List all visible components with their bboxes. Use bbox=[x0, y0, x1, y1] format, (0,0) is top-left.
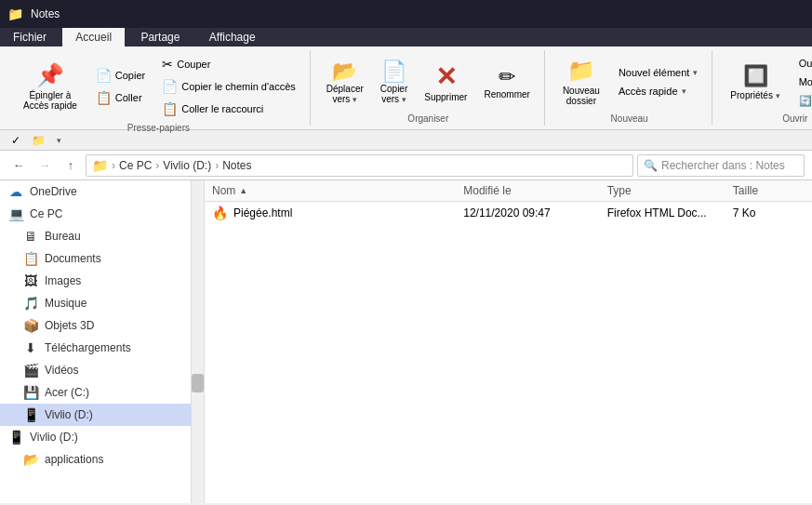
title-bar-icon: 📁 bbox=[7, 7, 23, 21]
sidebar-item-applications[interactable]: 📂applications bbox=[0, 448, 204, 471]
search-placeholder: Rechercher dans : Notes bbox=[661, 159, 785, 172]
paste-shortcut-label: Coller le raccourci bbox=[181, 103, 263, 114]
tab-affichage[interactable]: Affichage bbox=[196, 28, 269, 47]
paste-shortcut-button[interactable]: 📋 Coller le raccourci bbox=[155, 99, 302, 119]
sidebar-item-videos[interactable]: 🎬Vidéos bbox=[0, 359, 204, 381]
sidebar-label-musique: Musique bbox=[45, 297, 87, 310]
paste-button[interactable]: 📋 Coller bbox=[89, 87, 152, 108]
addr-cepc[interactable]: Ce PC bbox=[119, 159, 152, 172]
sidebar-label-telechargements: Téléchargements bbox=[45, 341, 131, 354]
main-area: ☁OneDrive💻Ce PC🖥Bureau📋Documents🖼Images🎵… bbox=[0, 180, 812, 503]
copy-button[interactable]: 📄 Copier bbox=[89, 65, 152, 86]
sidebar-item-ce-pc[interactable]: 💻Ce PC bbox=[0, 203, 204, 225]
col-header-nom[interactable]: Nom ▲ bbox=[212, 184, 463, 197]
col-type-label: Type bbox=[607, 184, 632, 197]
sidebar-label-vivlio-d-sub: Vivlio (D:) bbox=[30, 431, 78, 444]
sidebar-item-vivlio-d-sub[interactable]: 📱Vivlio (D:) bbox=[0, 426, 204, 448]
sidebar-item-objets3d[interactable]: 📦Objets 3D bbox=[0, 314, 204, 337]
copy-to-button[interactable]: 📄 Copiervers ▾ bbox=[374, 54, 414, 110]
search-bar[interactable]: 🔍 Rechercher dans : Notes bbox=[637, 154, 805, 177]
sidebar: ☁OneDrive💻Ce PC🖥Bureau📋Documents🖼Images🎵… bbox=[0, 180, 205, 503]
file-row-piegee-html[interactable]: 🔥 Piégée.html 12/11/2020 09:47 Firefox H… bbox=[205, 202, 812, 224]
search-icon: 🔍 bbox=[644, 159, 658, 172]
quick-access-arrow: ▾ bbox=[682, 86, 686, 96]
file-name: Piégée.html bbox=[233, 206, 292, 219]
quick-access-button[interactable]: Accès rapide ▾ bbox=[612, 83, 704, 100]
history-button[interactable]: 🔄 Historique bbox=[792, 92, 812, 110]
cut-button[interactable]: ✂ Couper bbox=[155, 54, 302, 74]
sidebar-item-acer[interactable]: 💾Acer (C:) bbox=[0, 381, 204, 404]
col-header-type[interactable]: Type bbox=[607, 184, 733, 197]
group-organiser: 📂 Déplacervers ▾ 📄 Copiervers ▾ ✕ Suppri… bbox=[313, 50, 545, 126]
col-header-modifie[interactable]: Modifié le bbox=[463, 184, 606, 197]
cut-col: ✂ Couper 📄 Copier le chemin d'accès 📋 Co… bbox=[155, 54, 302, 119]
sidebar-item-telechargements[interactable]: ⬇Téléchargements bbox=[0, 337, 204, 359]
paste-label: Coller bbox=[115, 92, 142, 103]
tab-accueil[interactable]: Accueil bbox=[62, 28, 125, 47]
sidebar-scrollbar[interactable] bbox=[191, 180, 204, 503]
sidebar-item-images[interactable]: 🖼Images bbox=[0, 270, 204, 292]
move-button[interactable]: 📂 Déplacervers ▾ bbox=[320, 54, 370, 110]
sidebar-icon-bureau: 🖥 bbox=[22, 229, 39, 244]
pin-label: Épingler àAccès rapide bbox=[23, 90, 77, 111]
address-bar[interactable]: 📁 › Ce PC › Vivlio (D:) › Notes bbox=[86, 154, 633, 177]
addr-sep3: › bbox=[215, 159, 219, 172]
sidebar-label-ce-pc: Ce PC bbox=[30, 207, 62, 220]
sidebar-icon-onedrive: ☁ bbox=[7, 184, 24, 199]
sidebar-icon-images: 🖼 bbox=[22, 273, 39, 288]
sidebar-item-documents[interactable]: 📋Documents bbox=[0, 247, 204, 270]
sidebar-icon-telechargements: ⬇ bbox=[22, 340, 39, 355]
sidebar-label-onedrive: OneDrive bbox=[30, 185, 77, 198]
addr-sep2: › bbox=[155, 159, 159, 172]
sidebar-label-vivlio-d-top: Vivlio (D:) bbox=[45, 408, 93, 421]
pin-button[interactable]: 📌 Épingler àAccès rapide bbox=[15, 59, 86, 114]
properties-button[interactable]: 🔲 Propriétés ▾ bbox=[722, 54, 788, 110]
tab-partage[interactable]: Partage bbox=[127, 28, 193, 47]
back-button[interactable]: ← bbox=[7, 154, 30, 177]
rename-button[interactable]: ✏ Renommer bbox=[477, 54, 536, 110]
addr-sep1: › bbox=[112, 159, 115, 172]
new-item-button[interactable]: Nouvel élément ▾ bbox=[612, 64, 704, 81]
sidebar-item-musique[interactable]: 🎵Musique bbox=[0, 292, 204, 314]
file-header: Nom ▲ Modifié le Type Taille bbox=[205, 180, 812, 202]
sidebar-icon-acer: 💾 bbox=[22, 385, 39, 400]
addr-notes[interactable]: Notes bbox=[222, 159, 251, 172]
paste-shortcut-icon: 📋 bbox=[162, 101, 178, 116]
col-modifie-label: Modifié le bbox=[463, 184, 511, 197]
sidebar-label-images: Images bbox=[45, 274, 81, 287]
copy-path-button[interactable]: 📄 Copier le chemin d'accès bbox=[155, 76, 302, 97]
new-folder-button[interactable]: 📁 Nouveaudossier bbox=[554, 54, 608, 110]
ribbon-buttons-pp: 📌 Épingler àAccès rapide 📄 Copier 📋 Coll… bbox=[15, 54, 302, 119]
sidebar-label-videos: Vidéos bbox=[45, 364, 78, 377]
qa-drop[interactable]: ▾ bbox=[53, 134, 65, 147]
delete-label: Supprimer bbox=[424, 92, 467, 102]
sidebar-item-onedrive[interactable]: ☁OneDrive bbox=[0, 180, 204, 203]
delete-button[interactable]: ✕ Supprimer bbox=[418, 54, 473, 110]
col-header-taille[interactable]: Taille bbox=[733, 184, 805, 197]
addr-vivlio[interactable]: Vivlio (D:) bbox=[163, 159, 211, 172]
ribbon: 📌 Épingler àAccès rapide 📄 Copier 📋 Coll… bbox=[0, 47, 812, 130]
move-label: Déplacervers ▾ bbox=[326, 84, 364, 104]
forward-button[interactable]: → bbox=[33, 154, 56, 177]
group-presse-papiers: 📌 Épingler àAccès rapide 📄 Copier 📋 Coll… bbox=[7, 50, 311, 126]
qa-folder[interactable]: 📁 bbox=[28, 132, 49, 149]
sidebar-item-vivlio-d-top[interactable]: 📱Vivlio (D:) bbox=[0, 404, 204, 426]
file-icon: 🔥 bbox=[212, 206, 228, 220]
copy-to-icon: 📄 bbox=[381, 60, 406, 84]
open-button[interactable]: Ouvrir ▾ bbox=[792, 55, 812, 72]
sidebar-label-objets3d: Objets 3D bbox=[45, 319, 94, 332]
sidebar-item-bureau[interactable]: 🖥Bureau bbox=[0, 225, 204, 247]
sidebar-icon-applications: 📂 bbox=[22, 452, 39, 467]
sidebar-label-acer: Acer (C:) bbox=[45, 386, 89, 399]
sidebar-icon-videos: 🎬 bbox=[22, 363, 39, 378]
quick-access-toolbar: ✓ 📁 ▾ bbox=[0, 130, 812, 151]
qa-check[interactable]: ✓ bbox=[7, 132, 24, 149]
file-area: Nom ▲ Modifié le Type Taille 🔥 Piégée.ht… bbox=[205, 180, 812, 503]
edit-button[interactable]: Modifier bbox=[792, 73, 812, 90]
tab-fichier[interactable]: Fichier bbox=[0, 28, 60, 47]
title-bar: 📁 Notes bbox=[0, 0, 812, 28]
nav-bar: ← → ↑ 📁 › Ce PC › Vivlio (D:) › Notes 🔍 … bbox=[0, 151, 812, 180]
up-button[interactable]: ↑ bbox=[60, 154, 82, 177]
new-item-label: Nouvel élément bbox=[619, 67, 689, 78]
new-folder-icon: 📁 bbox=[567, 58, 595, 84]
